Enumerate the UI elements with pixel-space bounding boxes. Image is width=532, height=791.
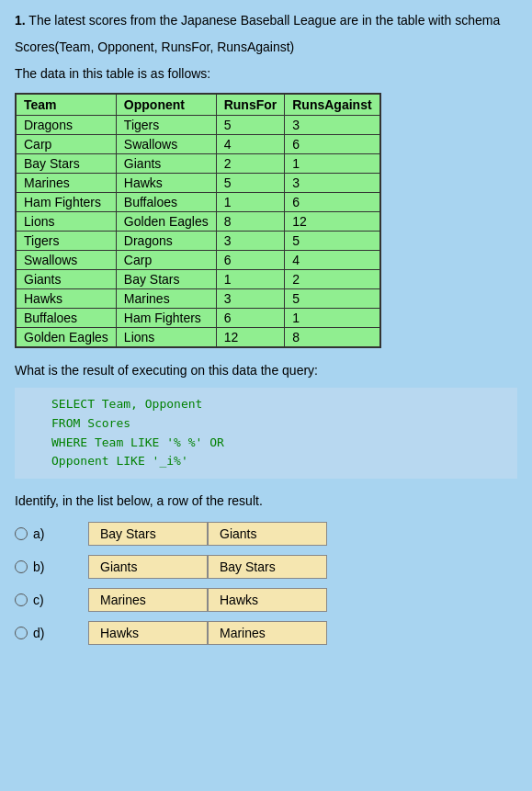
table-cell: Giants (116, 154, 216, 174)
answer-row: b)GiantsBay Stars (15, 555, 517, 579)
answer-col2: Bay Stars (208, 555, 327, 579)
table-cell: 12 (216, 328, 285, 348)
table-cell: Hawks (16, 289, 116, 309)
table-cell: 2 (285, 270, 380, 289)
col-team: Team (16, 94, 116, 116)
table-cell: 3 (216, 232, 285, 251)
table-cell: Dragons (116, 232, 216, 251)
table-cell: 4 (285, 251, 380, 270)
table-cell: 5 (285, 289, 380, 309)
answer-col1: Bay Stars (88, 522, 208, 546)
option-label: d) (33, 626, 44, 640)
col-runsagainst: RunsAgainst (285, 94, 380, 116)
table-row: HawksMarines35 (16, 289, 380, 309)
table-cell: 5 (216, 116, 285, 135)
radio-circle[interactable] (15, 560, 28, 573)
answer-row: c)MarinesHawks (15, 588, 517, 612)
answer-row: a)Bay StarsGiants (15, 522, 517, 546)
table-cell: 8 (285, 328, 380, 348)
table-cell: 3 (285, 174, 380, 193)
table-cell: Ham Fighters (116, 309, 216, 328)
answer-row: d)HawksMarines (15, 621, 517, 645)
table-cell: 1 (285, 309, 380, 328)
sql-block: SELECT Team, OpponentFROM ScoresWHERE Te… (15, 388, 517, 479)
answer-cells: Bay StarsGiants (88, 522, 327, 546)
query-intro: What is the result of executing on this … (15, 361, 517, 380)
option-label: c) (33, 593, 44, 607)
table-cell: Buffaloes (116, 193, 216, 212)
radio-option[interactable]: b) (15, 559, 88, 574)
table-cell: Tigers (116, 116, 216, 135)
table-row: TigersDragons35 (16, 232, 380, 251)
identify-text: Identify, in the list below, a row of th… (15, 492, 517, 511)
table-cell: Hawks (116, 174, 216, 193)
answer-col2: Giants (208, 522, 327, 546)
radio-option[interactable]: a) (15, 526, 88, 541)
table-cell: 3 (285, 116, 380, 135)
scores-table: Team Opponent RunsFor RunsAgainst Dragon… (15, 93, 381, 348)
answer-col1: Giants (88, 555, 208, 579)
table-cell: Ham Fighters (16, 193, 116, 212)
table-cell: Tigers (16, 232, 116, 251)
table-cell: Giants (16, 270, 116, 289)
table-cell: Lions (16, 212, 116, 232)
answer-col2: Hawks (208, 588, 327, 612)
radio-circle[interactable] (15, 593, 28, 606)
option-label: b) (33, 559, 44, 574)
table-row: MarinesHawks53 (16, 174, 380, 193)
data-intro: The data in this table is as follows: (15, 64, 517, 84)
table-cell: 1 (216, 193, 285, 212)
table-cell: Marines (16, 174, 116, 193)
table-cell: 2 (216, 154, 285, 174)
table-cell: 4 (216, 135, 285, 154)
question-block: 1. The latest scores from the Japanese B… (15, 11, 517, 645)
table-cell: Bay Stars (16, 154, 116, 174)
table-cell: Dragons (16, 116, 116, 135)
table-cell: 8 (216, 212, 285, 232)
table-row: LionsGolden Eagles812 (16, 212, 380, 232)
col-opponent: Opponent (116, 94, 216, 116)
table-row: DragonsTigers53 (16, 116, 380, 135)
table-cell: 6 (216, 309, 285, 328)
table-cell: Bay Stars (116, 270, 216, 289)
schema-line: Scores(Team, Opponent, RunsFor, RunsAgai… (15, 38, 517, 57)
table-cell: Golden Eagles (16, 328, 116, 348)
table-cell: Carp (16, 135, 116, 154)
table-cell: 6 (285, 135, 380, 154)
table-row: SwallowsCarp64 (16, 251, 380, 270)
table-cell: Marines (116, 289, 216, 309)
table-cell: Buffaloes (16, 309, 116, 328)
table-row: GiantsBay Stars12 (16, 270, 380, 289)
answer-cells: GiantsBay Stars (88, 555, 327, 579)
table-cell: 6 (285, 193, 380, 212)
table-cell: 5 (216, 174, 285, 193)
answer-options: a)Bay StarsGiantsb)GiantsBay Starsc)Mari… (15, 522, 517, 645)
question-number: 1. The latest scores from the Japanese B… (15, 11, 517, 30)
radio-option[interactable]: d) (15, 626, 88, 640)
table-row: BuffaloesHam Fighters61 (16, 309, 380, 328)
answer-col1: Marines (88, 588, 208, 612)
table-cell: 5 (285, 232, 380, 251)
table-row: Ham FightersBuffaloes16 (16, 193, 380, 212)
table-cell: 1 (216, 270, 285, 289)
table-row: Golden EaglesLions128 (16, 328, 380, 348)
answer-col2: Marines (208, 621, 327, 645)
table-row: CarpSwallows46 (16, 135, 380, 154)
table-cell: Golden Eagles (116, 212, 216, 232)
col-runsfor: RunsFor (216, 94, 285, 116)
option-label: a) (33, 526, 44, 541)
radio-circle[interactable] (15, 627, 28, 639)
answer-col1: Hawks (88, 621, 208, 645)
table-cell: 3 (216, 289, 285, 309)
table-row: Bay StarsGiants21 (16, 154, 380, 174)
table-cell: Carp (116, 251, 216, 270)
radio-circle[interactable] (15, 527, 28, 540)
table-cell: Swallows (116, 135, 216, 154)
answer-cells: MarinesHawks (88, 588, 327, 612)
table-cell: 1 (285, 154, 380, 174)
table-cell: 12 (285, 212, 380, 232)
table-cell: Swallows (16, 251, 116, 270)
table-cell: Lions (116, 328, 216, 348)
radio-option[interactable]: c) (15, 593, 88, 607)
answer-cells: HawksMarines (88, 621, 327, 645)
